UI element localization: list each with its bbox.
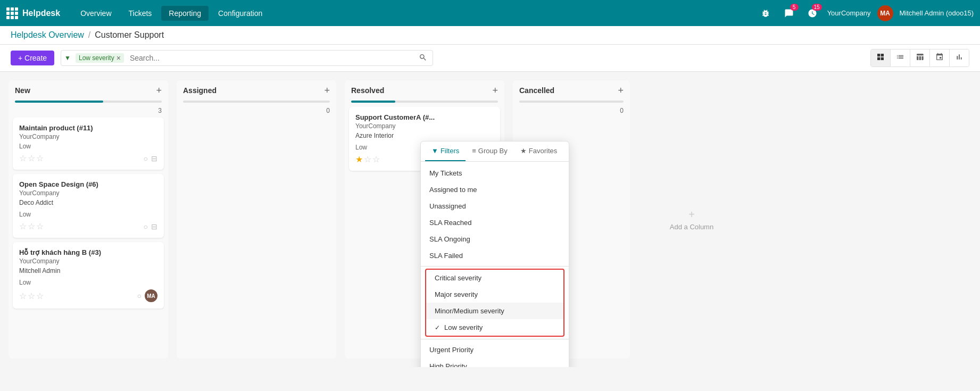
filter-item-critical-severity-label: Critical severity: [435, 274, 481, 282]
card-image-icon-1[interactable]: ⊟: [151, 154, 157, 163]
view-mode-switcher: [870, 49, 969, 67]
card-title-1: Maintain product (#11): [19, 124, 157, 132]
card-company-2: YourCompany: [19, 189, 157, 197]
company-name[interactable]: YourCompany: [827, 9, 871, 17]
filter-item-critical-severity[interactable]: Critical severity: [426, 270, 563, 286]
column-title-resolved: Resolved: [351, 86, 384, 95]
star-1-1[interactable]: ☆: [19, 153, 27, 163]
app-title: Helpdesk: [22, 9, 60, 18]
filter-item-unassigned[interactable]: Unassigned: [421, 198, 569, 214]
filter-item-minor-severity[interactable]: Minor/Medium severity: [426, 303, 563, 319]
filter-tab-groupby-icon: ≡: [472, 147, 476, 155]
column-add-btn-resolved[interactable]: +: [492, 86, 498, 95]
breadcrumb-separator: /: [88, 30, 90, 40]
messages-icon-btn[interactable]: 5: [780, 5, 798, 22]
filter-tab-groupby[interactable]: ≡ Group By: [466, 142, 514, 161]
filter-tab-favorites[interactable]: ★ Favorites: [514, 142, 563, 161]
card-customer-3: Mitchell Admin: [19, 267, 157, 274]
card-actions-2: ○ ⊟: [144, 222, 157, 231]
card-stars-r1: ★ ☆ ☆: [355, 154, 380, 164]
column-header-new: New +: [9, 80, 168, 101]
filter-tab-groupby-label: Group By: [478, 147, 508, 155]
filter-tab-filters[interactable]: ▼ Filters: [425, 142, 466, 161]
kanban-view-btn[interactable]: [871, 49, 891, 66]
nav-reporting[interactable]: Reporting: [161, 6, 209, 21]
card-assign-icon-3[interactable]: ○: [137, 292, 142, 300]
nav-overview[interactable]: Overview: [73, 6, 119, 21]
kanban-card-3[interactable]: Hỗ trợ khách hàng B (#3) YourCompany Mit…: [13, 242, 164, 309]
navbar-right: 5 15 YourCompany MA Mitchell Admin (odoo…: [757, 5, 974, 22]
calendar-view-btn[interactable]: [930, 49, 950, 66]
filter-item-high-priority[interactable]: High Priority: [421, 358, 569, 367]
kanban-card-1[interactable]: Maintain product (#11) YourCompany Low ☆…: [13, 118, 164, 170]
list-view-btn[interactable]: [891, 49, 910, 66]
card-stars-2: ☆ ☆ ☆: [19, 221, 44, 231]
filter-item-high-priority-label: High Priority: [429, 362, 467, 367]
user-avatar[interactable]: MA: [877, 5, 893, 21]
filter-item-assigned-to-me[interactable]: Assigned to me: [421, 181, 569, 198]
filter-item-major-severity-label: Major severity: [435, 290, 478, 298]
column-progress-new: [15, 101, 162, 103]
column-count-new: 3: [9, 107, 168, 118]
column-add-btn-cancelled[interactable]: +: [618, 86, 624, 95]
activities-icon-btn[interactable]: 15: [804, 5, 821, 22]
bug-icon-btn[interactable]: [757, 5, 774, 22]
star-3-2[interactable]: ☆: [28, 291, 35, 301]
search-input[interactable]: [126, 51, 413, 65]
column-title-assigned: Assigned: [183, 86, 217, 95]
star-2-2[interactable]: ☆: [28, 221, 35, 231]
filter-item-urgent-priority-label: Urgent Priority: [429, 346, 474, 354]
filter-tab-favorites-label: Favorites: [529, 147, 557, 155]
user-name[interactable]: Mitchell Admin (odoo15): [900, 9, 974, 17]
chart-view-btn[interactable]: [950, 49, 969, 66]
star-r1-2[interactable]: ☆: [364, 154, 371, 164]
star-1-2[interactable]: ☆: [28, 153, 35, 163]
card-severity-1: Low: [19, 143, 157, 150]
star-r1-1[interactable]: ★: [355, 154, 363, 164]
star-1-3[interactable]: ☆: [36, 153, 44, 163]
star-3-3[interactable]: ☆: [36, 291, 44, 301]
create-button[interactable]: + Create: [11, 51, 54, 65]
nav-tickets[interactable]: Tickets: [121, 6, 160, 21]
filter-item-major-severity[interactable]: Major severity: [426, 286, 563, 303]
main-nav: Overview Tickets Reporting Configuration: [73, 6, 752, 21]
kanban-card-2[interactable]: Open Space Design (#6) YourCompany Deco …: [13, 174, 164, 238]
add-column-placeholder[interactable]: + Add a Column: [638, 80, 745, 359]
column-progress-resolved: [351, 101, 498, 103]
card-assign-icon-1[interactable]: ○: [144, 154, 148, 163]
star-2-1[interactable]: ☆: [19, 221, 27, 231]
filter-tag-close[interactable]: ×: [117, 54, 121, 62]
table-view-btn[interactable]: [910, 49, 930, 66]
filter-item-sla-reached[interactable]: SLA Reached: [421, 214, 569, 231]
card-severity-3: Low: [19, 279, 157, 286]
filter-item-sla-ongoing[interactable]: SLA Ongoing: [421, 231, 569, 247]
avatar-initials: MA: [880, 10, 890, 17]
column-add-btn-new[interactable]: +: [156, 86, 162, 95]
column-header-cancelled: Cancelled +: [513, 80, 630, 101]
filter-tag-low-severity[interactable]: Low severity ×: [76, 53, 124, 63]
star-2-3[interactable]: ☆: [36, 221, 44, 231]
column-add-btn-assigned[interactable]: +: [324, 86, 330, 95]
filter-funnel-icon: ▼: [61, 54, 74, 62]
filter-item-my-tickets[interactable]: My Tickets: [421, 165, 569, 181]
nav-configuration[interactable]: Configuration: [211, 6, 270, 21]
page-header: Helpdesk Overview / Customer Support: [0, 26, 980, 45]
star-3-1[interactable]: ☆: [19, 291, 27, 301]
card-footer-2: ☆ ☆ ☆ ○ ⊟: [19, 221, 157, 231]
filter-item-urgent-priority[interactable]: Urgent Priority: [421, 342, 569, 358]
column-count-cancelled: 0: [513, 107, 630, 118]
card-assign-icon-2[interactable]: ○: [144, 222, 148, 231]
card-image-icon-2[interactable]: ⊟: [151, 222, 157, 231]
filter-item-minor-severity-label: Minor/Medium severity: [435, 307, 504, 315]
top-navbar: Helpdesk Overview Tickets Reporting Conf…: [0, 0, 980, 26]
filter-divider-1: [421, 266, 569, 267]
breadcrumb-parent[interactable]: Helpdesk Overview: [11, 30, 84, 40]
card-actions-3: ○ MA: [137, 289, 157, 302]
app-brand[interactable]: Helpdesk: [6, 7, 60, 19]
search-submit-icon[interactable]: [413, 53, 433, 63]
card-assignee-avatar-3: MA: [145, 289, 157, 302]
filter-item-sla-failed[interactable]: SLA Failed: [421, 247, 569, 264]
filter-item-low-severity[interactable]: ✓ Low severity: [426, 319, 563, 336]
star-r1-3[interactable]: ☆: [372, 154, 380, 164]
apps-grid-icon[interactable]: [6, 7, 18, 19]
